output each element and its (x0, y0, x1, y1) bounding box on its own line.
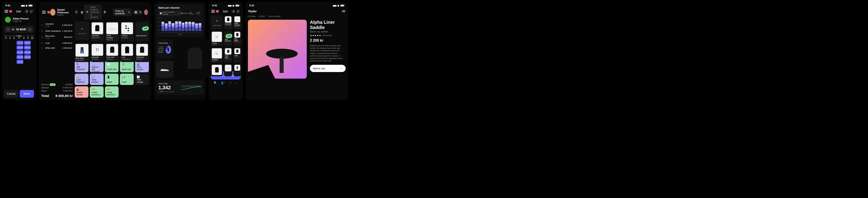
remove-customer-icon[interactable]: 🗑 (80, 10, 84, 15)
product-tile[interactable]: Sweaters10 items (91, 43, 104, 62)
filter-icon[interactable]: ⚙ (103, 10, 106, 15)
cart-line[interactable]: 1OvershirtLarge2 000,00 kr (41, 22, 73, 29)
search-placeholder: Enter product, customer or amount (90, 6, 99, 18)
day-column[interactable]: Sat9 (26, 35, 30, 39)
next-week-button[interactable]: › (28, 27, 32, 32)
add-to-cart-button[interactable]: Add to cart → (310, 65, 346, 72)
cart-line[interactable]: 1White Snaeakers1 200,00 kr (41, 29, 73, 33)
product-showcase[interactable] (176, 39, 214, 78)
timeslot[interactable]: 08:20 (17, 55, 23, 59)
timeslot[interactable]: 09:30 (24, 55, 31, 59)
search-icon[interactable]: 🔍 (214, 81, 217, 85)
action-tile[interactable]: 💳Credit terminal 1 (105, 86, 119, 97)
product-tile[interactable]: Carlsberg50,00 kr (135, 43, 149, 62)
customer-row[interactable]: Adam Person Happy AB (4, 16, 34, 24)
day-column[interactable]: Tue5 (8, 35, 12, 39)
menu-icon[interactable] (342, 10, 345, 12)
action-tile[interactable]: 🧾Credit note (105, 61, 119, 72)
product-tile[interactable]: Overshirt1000,00 kr (224, 16, 232, 30)
timeslot[interactable]: 09:10 (24, 46, 31, 50)
scan-icon[interactable]: ⛶ (229, 81, 231, 85)
prev-week-button[interactable]: ‹ (6, 27, 10, 32)
cart-icon[interactable]: 🛒 (30, 9, 33, 13)
crumb[interactable]: Heavy-weight (268, 15, 281, 18)
product-tile[interactable]: White Sneaker50,00 kr (234, 16, 241, 30)
action-tile[interactable]: ⛶Scan product (90, 74, 103, 85)
product-image[interactable] (248, 20, 307, 79)
product-tile[interactable]: T-shirts30 items (120, 22, 134, 42)
day-column[interactable]: Wed6 (12, 35, 16, 39)
menu-icon[interactable] (4, 10, 8, 13)
cart-icon[interactable]: 🛒 (237, 9, 240, 13)
day-column[interactable]: Sun10 (30, 35, 34, 39)
product-tile[interactable] (234, 64, 241, 76)
product-tile[interactable] (211, 64, 223, 76)
action-tile[interactable]: 💳Credit terminal 1 (90, 86, 103, 97)
product-tile[interactable]: Sweaters20 items› (211, 47, 223, 63)
user-avatar[interactable] (144, 9, 148, 15)
action-tile[interactable]: ✎Edit customer (75, 61, 89, 72)
action-tile[interactable]: 🅿Park receipt (135, 74, 149, 85)
rating[interactable]: ★★★★★ 128 reviews (310, 34, 346, 37)
customer-chip[interactable]: Daniel Petterson Globex ✎ 🗑 (50, 8, 84, 16)
product-tile[interactable]: Blue jeans1000,00 kr (75, 43, 89, 62)
book-button[interactable]: Book (20, 90, 34, 97)
product-description: Upgrade your ride with the Alpha Liner S… (310, 45, 346, 62)
action-tile[interactable]: 🔒Lock checkout (75, 74, 89, 85)
timeslots: 11:1009:1008:3009:1011:3009:2008:2009:30… (4, 41, 34, 64)
cart-line[interactable]: 1Blue jeansLarge800,00 kr (41, 33, 73, 40)
bar (172, 23, 175, 31)
list-view-icon[interactable]: ☰ (138, 10, 142, 14)
add-block-tile[interactable]: +Add block (75, 22, 89, 40)
product-tile[interactable] (224, 64, 232, 76)
period-filter[interactable]: 📅 Last 3 months / weekly ▾ (158, 10, 181, 16)
action-tile[interactable]: 💵Cash (120, 74, 134, 85)
cancel-button[interactable]: Cancel (4, 90, 18, 97)
add-block-tile[interactable]: +Add block (211, 16, 223, 30)
day-column[interactable]: Fri8 (22, 35, 26, 39)
product-tile[interactable]: Over-shirt50,00 kr (105, 43, 119, 62)
add-user-icon[interactable]: 👤⁺ (221, 81, 225, 85)
product-tile[interactable]: Over-shirt500,00 kr (224, 47, 232, 63)
breadcrumb: Clothing›t-shirts›Heavy-weight (248, 15, 346, 18)
view-toggle[interactable]: ▦ ☰ (133, 10, 143, 15)
search-input[interactable]: 🔍 Enter product, customer or amount (84, 4, 102, 20)
add-discount-tile[interactable]: 15%Add discount (135, 22, 149, 42)
cart-line[interactable]: 1Coat3 000,00 kr (41, 40, 73, 46)
product-tile[interactable]: Overshirt1000,00 kr (91, 22, 104, 42)
action-tile[interactable]: 🔍Search / add customer (90, 61, 103, 72)
sort-dropdown[interactable]: Order by popularity ▾ (113, 8, 132, 16)
timeslot[interactable]: 11:10 (17, 41, 23, 45)
crumb[interactable]: Clothing (248, 15, 255, 18)
product-thumb[interactable] (156, 61, 173, 78)
crumb[interactable]: t-shirts (259, 15, 265, 18)
timeslot[interactable]: 09:10 (24, 41, 31, 45)
product-tile[interactable]: T-shirts20 items› (211, 31, 223, 46)
edit-customer-icon[interactable]: ✎ (74, 10, 78, 15)
product-tile[interactable]: Blue jeans500,00 kr (234, 31, 241, 46)
product-tile[interactable]: White Sneaker50,00 kr (105, 22, 119, 42)
grid-view-icon[interactable]: ▦ (134, 10, 138, 14)
action-tile[interactable]: 📱Swish (105, 74, 119, 85)
more-icon[interactable]: ⋯ (235, 81, 238, 85)
day-column[interactable]: Mon4 (4, 35, 8, 39)
action-tile[interactable]: 🏦Bank note (120, 61, 134, 72)
timeslot[interactable]: 10:10 (17, 60, 23, 64)
card-menu-icon[interactable]: ⋯ (177, 82, 179, 85)
card-menu-icon[interactable]: ⋯ (199, 6, 202, 9)
action-tile[interactable]: 🖨Print receipt (135, 61, 149, 72)
sales-channel-card: Sales per channel ⋯ 📅 Last 3 months / we… (156, 4, 204, 37)
brand-name[interactable]: Ryder (248, 9, 257, 13)
timeslot[interactable]: 09:20 (24, 50, 31, 54)
product-tile[interactable]: Coat50,00 kr (234, 47, 241, 63)
cart-line[interactable]: 1White shirt1 000,00 kr (41, 46, 73, 51)
day-column[interactable]: Today7 (17, 35, 22, 39)
action-tile[interactable]: 🗑Delete receipt (75, 86, 89, 97)
menu-icon[interactable] (211, 10, 215, 13)
timeslot[interactable]: 08:30 (17, 46, 23, 50)
card-menu-icon[interactable]: ⋯ (169, 42, 171, 44)
menu-icon[interactable] (42, 11, 46, 13)
product-tile[interactable]: Coat1 500,00 kr (120, 43, 134, 62)
timeslot[interactable]: 11:30 (17, 50, 23, 54)
add-discount-tile[interactable]: 15%Add discount (224, 31, 232, 46)
